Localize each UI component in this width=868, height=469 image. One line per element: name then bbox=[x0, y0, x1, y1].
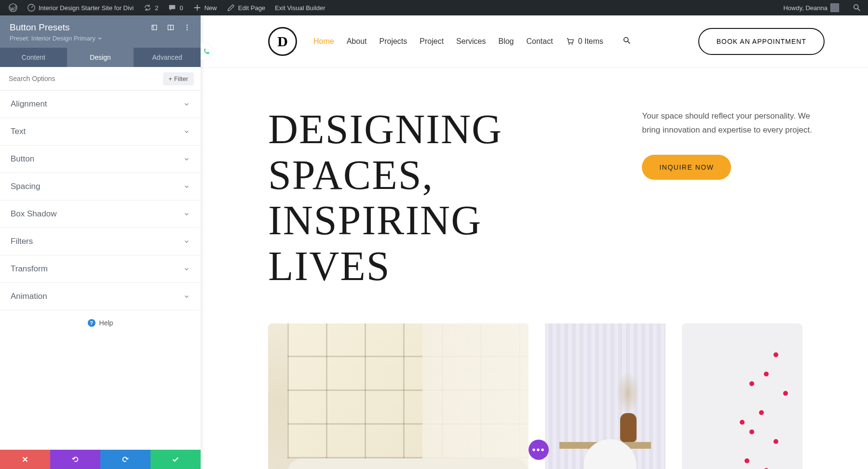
undo-button[interactable] bbox=[50, 450, 100, 469]
site-logo[interactable]: D bbox=[268, 27, 297, 56]
cancel-button[interactable] bbox=[0, 450, 50, 469]
option-filters[interactable]: Filters bbox=[0, 228, 201, 255]
site-search-button[interactable] bbox=[623, 36, 631, 47]
avatar-icon bbox=[830, 3, 839, 12]
book-appointment-button[interactable]: BOOK AN APPOINTMENT bbox=[698, 28, 825, 55]
updates-count: 2 bbox=[155, 4, 158, 12]
inquire-button[interactable]: INQUIRE NOW bbox=[642, 155, 731, 180]
panel-title-text: Button Presets bbox=[10, 22, 70, 33]
preset-dropdown[interactable]: Preset: Interior Design Primary bbox=[10, 35, 191, 42]
account-link[interactable]: Howdy, Deanna bbox=[778, 0, 844, 15]
hero-heading: DESIGNING SPACES, INSPIRING LIVES bbox=[268, 107, 613, 289]
option-transform[interactable]: Transform bbox=[0, 255, 201, 283]
edit-page-label: Edit Page bbox=[238, 4, 265, 12]
more-icon[interactable] bbox=[183, 24, 191, 31]
help-label: Help bbox=[99, 319, 113, 327]
nav-home[interactable]: Home bbox=[313, 37, 334, 46]
chevron-down-icon bbox=[183, 128, 190, 135]
dashboard-icon bbox=[27, 3, 36, 12]
help-link[interactable]: ? Help bbox=[0, 310, 201, 335]
refresh-icon bbox=[143, 3, 152, 12]
new-label: New bbox=[204, 4, 217, 12]
nav-contact[interactable]: Contact bbox=[526, 37, 553, 46]
panel-search-row: + Filter bbox=[0, 67, 201, 91]
cart-label: 0 Items bbox=[578, 37, 603, 46]
site-name-text: Interior Design Starter Site for Divi bbox=[39, 4, 134, 12]
comments-link[interactable]: 0 bbox=[163, 0, 188, 15]
comment-icon bbox=[168, 3, 176, 12]
chevron-down-icon bbox=[183, 101, 190, 107]
filter-label: Filter bbox=[174, 75, 188, 82]
builder-fab-button[interactable]: ••• bbox=[529, 440, 549, 460]
tab-content[interactable]: Content bbox=[0, 48, 67, 67]
chevron-down-icon bbox=[183, 211, 190, 217]
svg-point-8 bbox=[569, 43, 570, 44]
phone-icon bbox=[203, 48, 210, 55]
expand-icon[interactable] bbox=[150, 24, 158, 31]
site-header: D Home About Projects Project Services B… bbox=[201, 15, 868, 68]
preset-label: Preset: Interior Design Primary bbox=[10, 35, 95, 42]
svg-point-7 bbox=[187, 29, 188, 30]
exit-builder-link[interactable]: Exit Visual Builder bbox=[270, 0, 330, 15]
wp-logo[interactable] bbox=[4, 0, 22, 15]
option-spacing[interactable]: Spacing bbox=[0, 173, 201, 201]
hero-subtext: Your space should reflect your personali… bbox=[642, 109, 825, 137]
panel-footer-actions bbox=[0, 450, 201, 469]
wordpress-icon bbox=[9, 3, 17, 12]
chevron-down-icon bbox=[183, 293, 190, 300]
page-preview: D Home About Projects Project Services B… bbox=[201, 15, 868, 469]
exit-builder-label: Exit Visual Builder bbox=[275, 4, 326, 12]
gallery-image-2 bbox=[545, 323, 665, 469]
tab-design[interactable]: Design bbox=[67, 48, 134, 67]
option-text[interactable]: Text bbox=[0, 118, 201, 146]
wp-admin-bar: Interior Design Starter Site for Divi 2 … bbox=[0, 0, 868, 15]
admin-search-button[interactable] bbox=[850, 0, 864, 15]
pencil-icon bbox=[227, 3, 235, 12]
comments-count: 0 bbox=[179, 4, 183, 12]
search-input[interactable] bbox=[7, 72, 163, 85]
nav-projects[interactable]: Projects bbox=[380, 37, 407, 46]
svg-point-2 bbox=[854, 5, 858, 9]
redo-button[interactable] bbox=[100, 450, 150, 469]
svg-point-9 bbox=[571, 43, 572, 44]
gallery-image-3 bbox=[682, 323, 802, 469]
plus-icon bbox=[193, 3, 202, 12]
nav-cart[interactable]: 0 Items bbox=[566, 37, 603, 46]
chevron-down-icon bbox=[183, 266, 190, 272]
option-button[interactable]: Button bbox=[0, 146, 201, 173]
site-name-link[interactable]: Interior Design Starter Site for Divi bbox=[22, 0, 138, 15]
svg-rect-3 bbox=[152, 25, 157, 30]
chevron-down-icon bbox=[183, 183, 190, 190]
edit-page-link[interactable]: Edit Page bbox=[222, 0, 270, 15]
option-box-shadow[interactable]: Box Shadow bbox=[0, 201, 201, 228]
chevron-down-icon bbox=[183, 238, 190, 245]
new-link[interactable]: New bbox=[188, 0, 222, 15]
chevron-down-icon bbox=[183, 156, 190, 162]
save-button[interactable] bbox=[150, 450, 201, 469]
dots-icon: ••• bbox=[532, 444, 545, 456]
nav-blog[interactable]: Blog bbox=[498, 37, 514, 46]
nav-services[interactable]: Services bbox=[456, 37, 486, 46]
panel-tabs: Content Design Advanced bbox=[0, 48, 201, 67]
hero-section: DESIGNING SPACES, INSPIRING LIVES Your s… bbox=[201, 68, 868, 289]
option-alignment[interactable]: Alignment bbox=[0, 91, 201, 118]
svg-point-5 bbox=[187, 25, 188, 26]
nav-about[interactable]: About bbox=[347, 37, 367, 46]
updates-link[interactable]: 2 bbox=[138, 0, 163, 15]
columns-icon[interactable] bbox=[167, 24, 175, 31]
svg-point-6 bbox=[187, 27, 188, 28]
search-icon bbox=[623, 36, 631, 45]
plus-small-icon: + bbox=[169, 75, 173, 82]
settings-panel: Button Presets Preset: Interior Design P… bbox=[0, 15, 201, 469]
filter-button[interactable]: + Filter bbox=[163, 72, 194, 85]
option-animation[interactable]: Animation bbox=[0, 283, 201, 310]
help-icon: ? bbox=[88, 319, 95, 327]
greeting-text: Howdy, Deanna bbox=[783, 4, 827, 12]
primary-nav: Home About Projects Project Services Blo… bbox=[313, 36, 631, 47]
tab-advanced[interactable]: Advanced bbox=[134, 48, 201, 67]
nav-project[interactable]: Project bbox=[420, 37, 444, 46]
gallery-image-1 bbox=[268, 323, 529, 469]
hero-side-column: Your space should reflect your personali… bbox=[642, 107, 825, 289]
caret-down-icon bbox=[97, 36, 102, 41]
cart-icon bbox=[566, 37, 574, 46]
